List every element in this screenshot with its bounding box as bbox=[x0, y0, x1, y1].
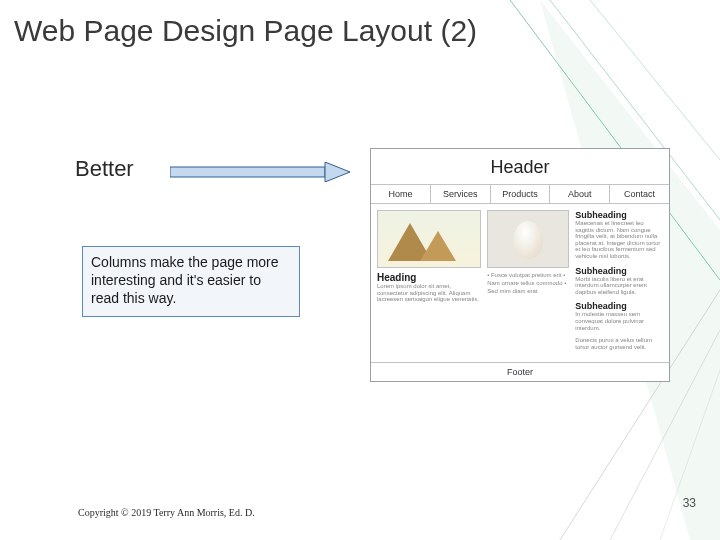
wf-left-column: Heading Lorem ipsum dolor sit amet, cons… bbox=[377, 210, 481, 356]
wireframe-example: Header Home Services Products About Cont… bbox=[370, 148, 670, 382]
wf-nav-item: Home bbox=[371, 185, 431, 203]
pyramid-image bbox=[377, 210, 481, 268]
wf-text: Lorem ipsum dolor sit amet, consectetur … bbox=[377, 283, 481, 303]
wf-nav-item: Services bbox=[431, 185, 491, 203]
wf-subheading: Subheading bbox=[575, 301, 663, 311]
wf-nav-item: Products bbox=[491, 185, 551, 203]
wf-body: Heading Lorem ipsum dolor sit amet, cons… bbox=[371, 204, 669, 362]
wf-nav-item: Contact bbox=[610, 185, 669, 203]
caption-box: Columns make the page more interesting a… bbox=[82, 246, 300, 317]
wf-nav-item: About bbox=[550, 185, 610, 203]
copyright: Copyright © 2019 Terry Ann Morris, Ed. D… bbox=[78, 507, 255, 518]
arrow-icon bbox=[170, 162, 350, 182]
wf-subheading: Subheading bbox=[575, 210, 663, 220]
wf-footer: Footer bbox=[371, 362, 669, 381]
wf-text: Maecenas et linecreet leo sagittis dictu… bbox=[575, 220, 663, 260]
wf-mid-column: • Fusce volutpat pretium erit • Nam orna… bbox=[487, 210, 569, 356]
egg-image bbox=[487, 210, 569, 268]
page-title: Web Page Design Page Layout (2) bbox=[14, 14, 477, 48]
wf-heading: Heading bbox=[377, 272, 481, 283]
svg-line-2 bbox=[590, 0, 720, 160]
wf-text: Donecis purus a velus tellum tortor auct… bbox=[575, 337, 663, 350]
wf-header: Header bbox=[371, 149, 669, 184]
wf-bullets: • Fusce volutpat pretium erit • Nam orna… bbox=[487, 272, 569, 295]
svg-line-5 bbox=[660, 370, 720, 540]
svg-rect-6 bbox=[170, 167, 325, 177]
slide: Web Page Design Page Layout (2) Better C… bbox=[0, 0, 720, 540]
wf-subheading: Subheading bbox=[575, 266, 663, 276]
better-label: Better bbox=[75, 156, 134, 182]
wf-text: Morbi iaculis libero et erat interdum ul… bbox=[575, 276, 663, 296]
svg-marker-7 bbox=[325, 162, 350, 182]
wf-text: In molestie masseu sem convequat dolore … bbox=[575, 311, 663, 331]
wf-right-column: Subheading Maecenas et linecreet leo sag… bbox=[575, 210, 663, 356]
page-number: 33 bbox=[683, 496, 696, 510]
wf-nav: Home Services Products About Contact bbox=[371, 184, 669, 204]
